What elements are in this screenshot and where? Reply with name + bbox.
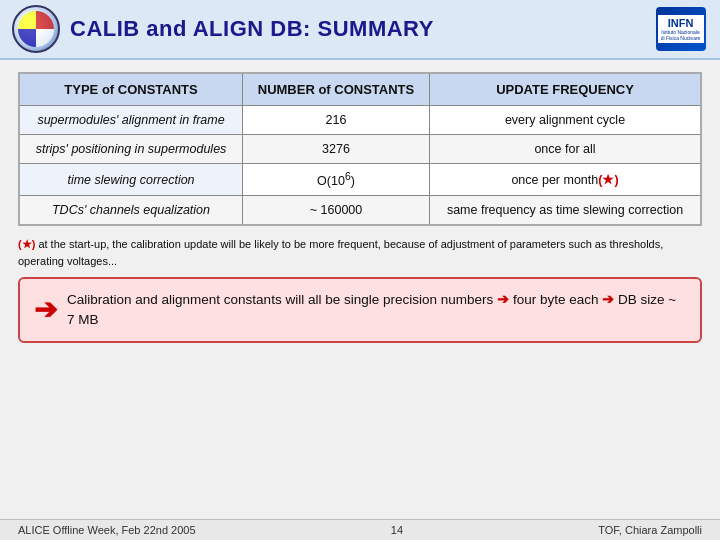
- bottom-box-text: Calibration and alignment constants will…: [67, 289, 686, 331]
- footer-center: 14: [391, 524, 403, 536]
- infn-badge-inner: INFN Istituto Nazionaledi Fisica Nuclear…: [658, 15, 704, 43]
- table-row: time slewing correctionO(106)once per mo…: [19, 164, 701, 196]
- cell-type: supermodules' alignment in frame: [19, 106, 243, 135]
- content: TYPE of CONSTANTS NUMBER of CONSTANTS UP…: [0, 60, 720, 359]
- bottom-four-byte: four byte each: [513, 292, 599, 307]
- cell-frequency: once per month(★): [429, 164, 701, 196]
- footer: ALICE Offline Week, Feb 22nd 2005 14 TOF…: [0, 519, 720, 540]
- header: CALIB and ALIGN DB: SUMMARY INFN Istitut…: [0, 0, 720, 60]
- data-table: TYPE of CONSTANTS NUMBER of CONSTANTS UP…: [18, 72, 702, 226]
- footnote-text: at the start-up, the calibration update …: [18, 238, 663, 267]
- slide: CALIB and ALIGN DB: SUMMARY INFN Istitut…: [0, 0, 720, 540]
- cell-number: O(106): [243, 164, 430, 196]
- col-header-number: NUMBER of CONSTANTS: [243, 73, 430, 106]
- alice-logo: [12, 5, 60, 53]
- cell-frequency: once for all: [429, 135, 701, 164]
- bottom-main-text: Calibration and alignment constants will…: [67, 292, 493, 307]
- cell-frequency: every alignment cycle: [429, 106, 701, 135]
- footer-right: TOF, Chiara Zampolli: [598, 524, 702, 536]
- inline-arrow-1: ➔: [497, 291, 513, 307]
- cell-number: ~ 160000: [243, 196, 430, 226]
- cell-type: TDCs' channels equalization: [19, 196, 243, 226]
- table-row: TDCs' channels equalization~ 160000same …: [19, 196, 701, 226]
- col-header-frequency: UPDATE FREQUENCY: [429, 73, 701, 106]
- table-row: supermodules' alignment in frame216every…: [19, 106, 701, 135]
- footnote: (★) at the start-up, the calibration upd…: [18, 236, 702, 269]
- inline-arrow-2: ➔: [602, 291, 618, 307]
- infn-sub: Istituto Nazionaledi Fisica Nucleare: [661, 29, 701, 41]
- header-left: CALIB and ALIGN DB: SUMMARY: [12, 5, 434, 53]
- big-arrow-icon: ➔: [34, 293, 57, 326]
- cell-type: strips' positioning in supermodules: [19, 135, 243, 164]
- cell-type: time slewing correction: [19, 164, 243, 196]
- table-header-row: TYPE of CONSTANTS NUMBER of CONSTANTS UP…: [19, 73, 701, 106]
- col-header-type: TYPE of CONSTANTS: [19, 73, 243, 106]
- footnote-star: (★): [18, 238, 35, 250]
- bottom-box: ➔ Calibration and alignment constants wi…: [18, 277, 702, 343]
- infn-badge: INFN Istituto Nazionaledi Fisica Nuclear…: [656, 7, 706, 51]
- cell-frequency: same frequency as time slewing correctio…: [429, 196, 701, 226]
- infn-text: INFN: [661, 17, 701, 29]
- cell-number: 3276: [243, 135, 430, 164]
- infn-logo: INFN Istituto Nazionaledi Fisica Nuclear…: [653, 5, 708, 53]
- table-row: strips' positioning in supermodules3276o…: [19, 135, 701, 164]
- footer-left: ALICE Offline Week, Feb 22nd 2005: [18, 524, 196, 536]
- cell-number: 216: [243, 106, 430, 135]
- header-title: CALIB and ALIGN DB: SUMMARY: [70, 16, 434, 42]
